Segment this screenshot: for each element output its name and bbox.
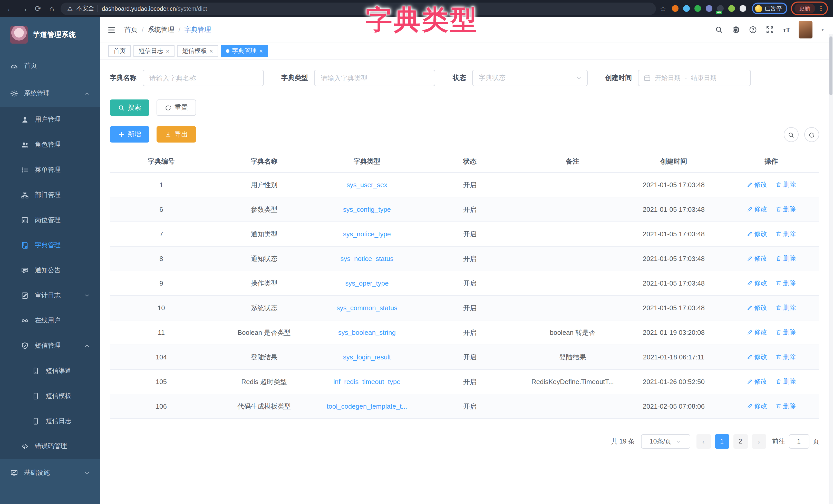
close-icon[interactable]: × [166,48,169,54]
avatar[interactable] [799,21,813,39]
sidebar-item-dept-mgmt[interactable]: 部门管理 [0,182,100,208]
dict-type-link[interactable]: sys_notice_type [343,230,391,238]
sidebar-item-audit-log[interactable]: 审计日志 [0,283,100,308]
table-row[interactable]: 105 Redis 超时类型 inf_redis_timeout_type 开启… [110,370,819,394]
dict-type-link[interactable]: sys_user_sex [347,181,387,189]
browser-menu-icon[interactable]: ⋮ [817,5,824,12]
page-tab[interactable]: 短信模板 × [177,45,218,57]
table-row[interactable]: 10 系统状态 sys_common_status 开启 2021-01-05 … [110,296,819,320]
ext-orange-ring[interactable] [672,5,679,12]
delete-link[interactable]: 删除 [775,304,796,312]
page-tab[interactable]: 字典管理 × [221,45,268,57]
url-bar[interactable]: ⚠ 不安全 dashboard.yudao.iocoder.cn/system/… [61,2,656,15]
close-icon[interactable]: × [209,48,213,54]
breadcrumb-item[interactable]: 首页 [124,25,138,34]
help-icon[interactable] [749,26,757,34]
delete-link[interactable]: 删除 [775,328,796,337]
close-icon[interactable]: × [259,48,263,54]
ext-leaf[interactable] [728,5,735,12]
delete-link[interactable]: 删除 [775,279,796,287]
edit-link[interactable]: 修改 [746,304,767,312]
edit-link[interactable]: 修改 [746,254,767,263]
sidebar-item-dict-mgmt[interactable]: 字典管理 [0,233,100,258]
refresh-table-button[interactable] [804,127,819,142]
forward-icon[interactable]: → [19,5,29,12]
fullscreen-icon[interactable] [766,26,774,34]
dict-type-link[interactable]: sys_notice_status [340,255,394,262]
delete-link[interactable]: 删除 [775,230,796,238]
edit-link[interactable]: 修改 [746,377,767,386]
sidebar-item-sms-channel[interactable]: 短信渠道 [0,358,100,383]
breadcrumb-item[interactable]: 系统管理 [147,25,174,34]
scrollbar[interactable] [829,34,833,504]
font-size-icon[interactable]: ᴛT [783,26,790,33]
goto-page-input[interactable] [789,434,809,449]
sidebar-item-error-code[interactable]: 错误码管理 [0,434,100,459]
dict-type-input[interactable] [314,70,435,86]
search-button[interactable]: 搜索 [110,99,149,116]
delete-link[interactable]: 删除 [775,402,796,411]
sidebar-item-sms-log[interactable]: 短信日志 [0,409,100,434]
home-icon[interactable]: ⌂ [47,5,57,12]
dict-type-link[interactable]: sys_config_type [343,206,391,213]
edit-link[interactable]: 修改 [746,328,767,337]
table-row[interactable]: 9 操作类型 sys_oper_type 开启 2021-01-05 17:03… [110,271,819,296]
dict-type-link[interactable]: sys_login_result [343,353,391,361]
ext-proxy[interactable]: on [717,5,724,12]
table-row[interactable]: 104 登陆结果 sys_login_result 开启 登陆结果 2021-0… [110,345,819,370]
sidebar-item-infra[interactable]: 基础设施 [0,459,100,486]
sidebar-item-notice[interactable]: 通知公告 [0,258,100,283]
table-row[interactable]: 8 通知状态 sys_notice_status 开启 2021-01-05 1… [110,246,819,271]
edit-link[interactable]: 修改 [746,402,767,411]
sidebar-item-sms-mgmt[interactable]: 短信管理 [0,333,100,358]
hamburger-icon[interactable] [107,25,116,34]
table-row[interactable]: 106 代码生成模板类型 tool_codegen_template_t... … [110,394,819,419]
dict-type-link[interactable]: sys_boolean_string [338,329,396,336]
dict-name-input[interactable] [143,70,264,86]
reset-button[interactable]: 重置 [157,99,196,116]
show-search-button[interactable] [784,127,799,142]
table-row[interactable]: 11 Boolean 是否类型 sys_boolean_string 开启 bo… [110,320,819,345]
reload-icon[interactable]: ⟳ [33,5,43,12]
app-logo[interactable]: 芋道管理系统 [0,17,100,52]
sidebar-item-home[interactable]: 首页 [0,52,100,79]
delete-link[interactable]: 删除 [775,377,796,386]
edit-link[interactable]: 修改 [746,180,767,189]
status-select[interactable]: 字典状态 [472,70,588,86]
profile-paused-chip[interactable]: 已暂停 [752,3,787,14]
scrollbar-thumb[interactable] [829,36,832,95]
table-row[interactable]: 6 参数类型 sys_config_type 开启 2021-01-05 17:… [110,197,819,222]
delete-link[interactable]: 删除 [775,254,796,263]
date-range-picker[interactable]: 开始日期 - 结束日期 [638,70,751,86]
ext-green-circle[interactable] [694,5,701,12]
dict-type-link[interactable]: tool_codegen_template_t... [327,402,407,410]
edit-link[interactable]: 修改 [746,230,767,238]
page-tab[interactable]: 短信日志 × [134,45,174,57]
ext-ghost[interactable] [740,5,746,12]
page-number-button[interactable]: 2 [733,434,747,449]
add-button[interactable]: 新增 [110,126,149,143]
table-row[interactable]: 1 用户性别 sys_user_sex 开启 2021-01-05 17:03:… [110,173,819,197]
delete-link[interactable]: 删除 [775,205,796,214]
chevron-down-icon[interactable]: ▾ [822,27,824,32]
update-button[interactable]: 更新 [794,4,815,13]
sidebar-item-system[interactable]: 系统管理 [0,79,100,107]
edit-link[interactable]: 修改 [746,353,767,361]
dict-type-link[interactable]: sys_oper_type [345,279,388,287]
page-size-select[interactable]: 10条/页 [641,434,690,449]
next-page-button[interactable]: › [752,434,766,449]
sidebar-item-online-users[interactable]: 在线用户 [0,308,100,333]
edit-link[interactable]: 修改 [746,205,767,214]
sidebar-item-post-mgmt[interactable]: 岗位管理 [0,208,100,233]
back-icon[interactable]: ← [5,5,16,12]
page-number-button[interactable]: 1 [715,434,729,449]
sidebar-item-menu-mgmt[interactable]: 菜单管理 [0,157,100,182]
edit-link[interactable]: 修改 [746,279,767,287]
export-button[interactable]: 导出 [157,126,196,143]
sidebar-item-role-mgmt[interactable]: 角色管理 [0,132,100,157]
sidebar-item-sms-template[interactable]: 短信模板 [0,383,100,409]
breadcrumb-item[interactable]: 字典管理 [185,25,211,34]
dict-type-link[interactable]: sys_common_status [336,304,397,312]
bookmark-star-icon[interactable]: ☆ [660,4,666,12]
delete-link[interactable]: 删除 [775,353,796,361]
